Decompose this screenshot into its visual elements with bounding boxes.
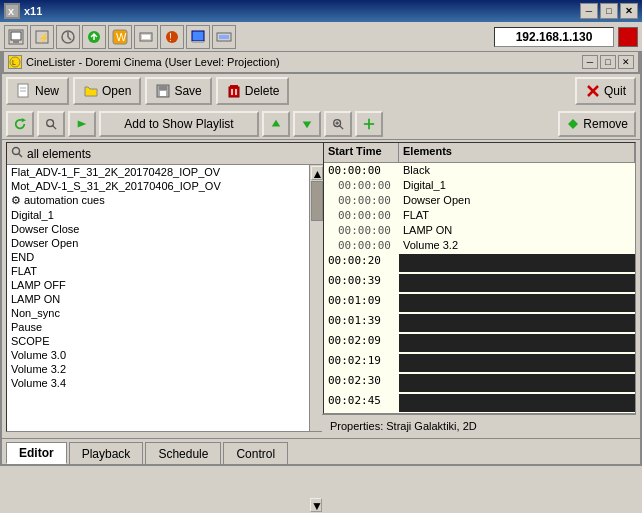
- move-up-button[interactable]: [262, 111, 290, 137]
- tab-control[interactable]: Control: [223, 442, 288, 464]
- right-item[interactable]: 00:02:09: [324, 333, 635, 353]
- list-item[interactable]: ⚙automation cues: [7, 193, 309, 208]
- playlist-search-button[interactable]: [37, 111, 65, 137]
- right-item[interactable]: 00:00:39: [324, 273, 635, 293]
- list-item[interactable]: Volume 3.2: [7, 362, 309, 376]
- svg-marker-38: [78, 120, 87, 127]
- elem-cell: [399, 334, 635, 352]
- right-item[interactable]: 00:00:00Black: [324, 163, 635, 178]
- toolbar-icon-9[interactable]: [212, 25, 236, 49]
- new-button[interactable]: New: [6, 77, 69, 105]
- left-panel: all elements Flat_ADV-1_F_31_2K_20170428…: [6, 142, 324, 432]
- tab-editor[interactable]: Editor: [6, 442, 67, 464]
- svg-point-48: [13, 148, 20, 155]
- tab-playback[interactable]: Playback: [69, 442, 144, 464]
- right-item[interactable]: 00:00:20: [324, 253, 635, 273]
- list-item[interactable]: Mot_ADV-1_S_31_2K_20170406_IOP_OV: [7, 179, 309, 193]
- x11-minimize-button[interactable]: ─: [580, 3, 598, 19]
- app-window-controls: ─ □ ✕: [582, 55, 634, 69]
- toolbar-icon-8[interactable]: [186, 25, 210, 49]
- list-item[interactable]: LAMP ON: [7, 292, 309, 306]
- elem-cell: FLAT: [399, 209, 635, 222]
- svg-text:L: L: [12, 59, 16, 66]
- open-button[interactable]: Open: [73, 77, 141, 105]
- toolbar-icon-4[interactable]: [82, 25, 106, 49]
- app-close-button[interactable]: ✕: [618, 55, 634, 69]
- arrow-right-button[interactable]: [68, 111, 96, 137]
- toolbar-icon-3[interactable]: [56, 25, 80, 49]
- left-panel-label: all elements: [27, 147, 91, 161]
- list-item[interactable]: Non_sync: [7, 306, 309, 320]
- x11-close-button[interactable]: ✕: [620, 3, 638, 19]
- right-item[interactable]: 00:00:00FLAT: [324, 208, 635, 223]
- quit-button[interactable]: Quit: [575, 77, 636, 105]
- arrow-up-icon: [270, 117, 282, 131]
- elem-cell: Volume 3.2: [399, 239, 635, 252]
- right-item[interactable]: 00:00:00LAMP ON: [324, 223, 635, 238]
- remove-button[interactable]: Remove: [558, 111, 636, 137]
- right-panel-container: Start Time Elements 00:00:00Black00:00:0…: [322, 142, 636, 436]
- right-item[interactable]: 00:00:00Dowser Open: [324, 193, 635, 208]
- list-item[interactable]: Volume 3.0: [7, 348, 309, 362]
- tab-schedule[interactable]: Schedule: [145, 442, 221, 464]
- toolbar-icon-2[interactable]: ⚡: [30, 25, 54, 49]
- app-icon: L: [8, 55, 22, 69]
- time-cell: 00:00:00: [324, 194, 399, 207]
- list-item[interactable]: Pause: [7, 320, 309, 334]
- playlist-back-button[interactable]: [6, 111, 34, 137]
- zoom-button[interactable]: [324, 111, 352, 137]
- right-item[interactable]: 00:01:39: [324, 313, 635, 333]
- right-item[interactable]: 00:00:00Digital_1: [324, 178, 635, 193]
- scroll-up-arrow[interactable]: ▲: [311, 166, 323, 180]
- app-window: L CineLister - Doremi Cinema (User Level…: [0, 52, 642, 466]
- list-item[interactable]: FLAT: [7, 264, 309, 278]
- svg-text:!: !: [169, 32, 172, 43]
- scroll-thumb[interactable]: [311, 181, 323, 221]
- app-maximize-button[interactable]: □: [600, 55, 616, 69]
- left-panel-header: all elements: [7, 143, 323, 165]
- svg-rect-4: [13, 41, 19, 43]
- list-item[interactable]: SCOPE: [7, 334, 309, 348]
- toolbar-icon-5[interactable]: W: [108, 25, 132, 49]
- refresh-icon: [14, 117, 26, 131]
- panels-area: all elements Flat_ADV-1_F_31_2K_20170428…: [2, 140, 640, 438]
- svg-marker-39: [272, 119, 281, 126]
- left-scrollbar[interactable]: ▲ ▼: [309, 165, 323, 431]
- list-item[interactable]: Dowser Close: [7, 222, 309, 236]
- svg-point-36: [47, 119, 54, 126]
- time-cell: 00:00:00: [324, 164, 399, 177]
- left-panel-list: Flat_ADV-1_F_31_2K_20170428_IOP_OVMot_AD…: [7, 165, 309, 431]
- toolbar-icon-1[interactable]: [4, 25, 28, 49]
- delete-button[interactable]: Delete: [216, 77, 290, 105]
- time-cell: 00:00:00: [324, 239, 399, 252]
- list-item[interactable]: Volume 3.4: [7, 376, 309, 390]
- delete-icon: [226, 83, 242, 99]
- connection-indicator: [618, 27, 638, 47]
- right-item[interactable]: 00:01:09: [324, 293, 635, 313]
- save-button[interactable]: Save: [145, 77, 211, 105]
- toolbar-icon-7[interactable]: !: [160, 25, 184, 49]
- left-list-scroll[interactable]: Flat_ADV-1_F_31_2K_20170428_IOP_OVMot_AD…: [7, 165, 323, 431]
- list-item[interactable]: Dowser Open: [7, 236, 309, 250]
- right-item[interactable]: 00:02:19: [324, 353, 635, 373]
- time-cell: 00:00:00: [324, 224, 399, 237]
- svg-rect-20: [219, 35, 229, 39]
- time-cell: 00:01:09: [324, 294, 399, 312]
- list-item[interactable]: END: [7, 250, 309, 264]
- list-item[interactable]: Digital_1: [7, 208, 309, 222]
- right-item[interactable]: 00:02:30: [324, 373, 635, 393]
- svg-rect-17: [192, 31, 204, 41]
- toolbar-icon-6[interactable]: [134, 25, 158, 49]
- list-item[interactable]: LAMP OFF: [7, 278, 309, 292]
- right-item[interactable]: 00:02:45: [324, 393, 635, 413]
- add-show-playlist-button[interactable]: Add to Show Playlist: [99, 111, 259, 137]
- list-item[interactable]: Flat_ADV-1_F_31_2K_20170428_IOP_OV: [7, 165, 309, 179]
- right-item[interactable]: 00:00:00Volume 3.2: [324, 238, 635, 253]
- app-minimize-button[interactable]: ─: [582, 55, 598, 69]
- add-button[interactable]: [355, 111, 383, 137]
- x11-maximize-button[interactable]: □: [600, 3, 618, 19]
- time-cell: 00:02:19: [324, 354, 399, 372]
- ip-address: 192.168.1.130: [494, 27, 614, 47]
- move-down-button[interactable]: [293, 111, 321, 137]
- app-titlebar: L CineLister - Doremi Cinema (User Level…: [2, 52, 640, 74]
